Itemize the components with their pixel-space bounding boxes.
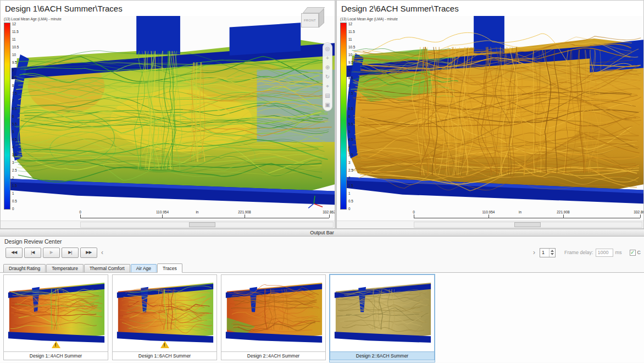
legend-tick: 4 [348, 146, 355, 149]
legend-tick: 10.5 [348, 46, 355, 49]
thumbnail-design2-6ach[interactable]: Design 2::6ACH Summer [329, 274, 435, 362]
horizontal-scrollbar[interactable] [414, 222, 642, 228]
color-legend: (13) Local Mean Age (LMA) - minute 1211.… [340, 17, 398, 211]
legend-tick: 6.5 [12, 107, 19, 111]
legend-tick: 11.5 [12, 30, 19, 34]
legend-tick: 2 [12, 177, 19, 180]
frame-number-input[interactable] [540, 250, 549, 255]
play-button[interactable]: ▶ [43, 248, 60, 258]
spinner-down-icon[interactable] [551, 253, 554, 255]
rewind-button[interactable]: ◀◀ [5, 248, 23, 258]
legend-tick: 5 [12, 130, 19, 134]
design-thumbnails: Design 1::4ACH Summer [0, 273, 644, 362]
legend-title: (13) Local Mean Age (LMA) - minute [340, 17, 398, 21]
step-back-button[interactable]: |◀ [24, 248, 41, 258]
fast-forward-button[interactable]: ▶▶ [80, 248, 97, 258]
scale-label: 110.954 [156, 210, 169, 214]
thumbnail-design1-6ach[interactable]: Design 1::6ACH Summer [112, 274, 218, 362]
tab-air-age[interactable]: Air Age [131, 264, 157, 272]
cycle-checkbox[interactable]: ✓ [630, 250, 636, 256]
look-icon[interactable]: ⌖ [326, 83, 329, 89]
legend-tick: 9.5 [348, 61, 355, 64]
legend-tick: 11.5 [348, 30, 355, 34]
frame-number-spinner[interactable] [540, 248, 556, 257]
legend-tick: 7 [348, 100, 355, 103]
legend-tick: 1.5 [12, 184, 19, 188]
color-legend: (13) Local Mean Age (LMA) - minute 1211.… [4, 17, 62, 211]
legend-tick: 11 [12, 38, 19, 41]
legend-tick: 11 [348, 38, 355, 41]
scrollbar-thumb[interactable] [189, 222, 215, 227]
thumbnail-image [221, 274, 326, 352]
viewport-design-2: Design 2\6ACH Summer\Traces [336, 0, 644, 229]
walk-icon[interactable]: ▤ [325, 92, 330, 98]
legend-tick: 2.5 [12, 169, 19, 172]
scale-label: 0 [79, 210, 81, 214]
legend-title: (13) Local Mean Age (LMA) - minute [4, 17, 62, 21]
design-review-center-title: Design Review Center [0, 237, 644, 246]
horizontal-scrollbar[interactable] [80, 222, 334, 228]
legend-tick: 7 [12, 100, 19, 103]
view-cube[interactable]: FRONT [301, 7, 327, 31]
legend-tick: 0.5 [12, 200, 19, 203]
legend-tick: 0.5 [348, 200, 355, 203]
scale-label: 221.908 [238, 210, 251, 214]
legend-tick: 4 [12, 146, 19, 149]
collapse-left-icon[interactable]: ‹ [101, 249, 103, 256]
design-review-center-panel: Design Review Center ◀◀ |◀ ▶ ▶| ▶▶ ‹ › F… [0, 237, 644, 363]
tab-traces[interactable]: Traces [157, 263, 182, 273]
zoom-icon[interactable]: ⊕ [325, 64, 330, 70]
legend-tick: 3.5 [348, 153, 355, 157]
scale-bar: 0 110.954 in 221.908 332.862 [80, 210, 329, 219]
viewport-title: Design 2\6ACH Summer\Traces [337, 1, 643, 16]
scrollbar-thumb[interactable] [514, 222, 541, 227]
result-tabs: Draught Rating Temperature Thermal Comfo… [0, 263, 644, 273]
legend-tick: 2 [348, 177, 355, 180]
legend-tick: 9.5 [12, 61, 19, 64]
scale-unit-label: in [519, 210, 521, 214]
legend-tick: 12 [12, 23, 19, 26]
legend-tick: 10 [348, 53, 355, 57]
pan-icon[interactable]: + [326, 55, 329, 61]
orbit-icon[interactable]: ↻ [325, 74, 330, 80]
legend-tick: 5.5 [12, 123, 19, 126]
spinner-buttons [549, 249, 555, 257]
legend-tick: 0 [348, 207, 355, 211]
app-window: Design 1\6ACH Summer\Traces [0, 0, 644, 363]
legend-tick: 4.5 [12, 138, 19, 141]
legend-tick: 6 [348, 115, 355, 118]
legend-tick: 1 [348, 192, 355, 195]
camera-icon[interactable]: ▣ [325, 102, 330, 108]
legend-tick: 8.5 [348, 76, 355, 80]
cfd-canvas-design-1[interactable]: (13) Local Mean Age (LMA) - minute 1211.… [1, 16, 335, 221]
tab-thermal-comfort[interactable]: Thermal Comfort [84, 264, 130, 272]
frame-delay-input[interactable] [596, 249, 613, 257]
tab-draught-rating[interactable]: Draught Rating [3, 264, 46, 272]
legend-tick: 3 [348, 161, 355, 164]
output-bar[interactable]: Output Bar [0, 229, 644, 237]
playback-controls: ◀◀ |◀ ▶ ▶| ▶▶ ‹ › Frame delay: ms ✓ [0, 246, 644, 259]
scale-line [414, 215, 640, 218]
collapse-right-icon[interactable]: › [533, 249, 535, 256]
steering-wheel-icon[interactable]: ◎ [325, 46, 330, 52]
thumbnail-design1-4ach[interactable]: Design 1::4ACH Summer [3, 274, 109, 362]
thumbnail-design2-4ach[interactable]: Design 2::4ACH Summer [220, 274, 326, 362]
step-forward-button[interactable]: ▶| [62, 248, 79, 258]
legend-tick: 4.5 [348, 138, 355, 141]
legend-tick: 12 [348, 23, 355, 26]
viewport-title: Design 1\6ACH Summer\Traces [1, 1, 335, 16]
legend-tick: 2.5 [348, 169, 355, 172]
legend-tick: 10 [12, 53, 19, 57]
viewport-design-1: Design 1\6ACH Summer\Traces [0, 0, 335, 229]
thumbnail-image [112, 274, 217, 352]
view-cube-front-face[interactable]: FRONT [301, 13, 319, 28]
legend-ticks: 1211.51110.5109.598.587.576.565.554.543.… [348, 23, 355, 211]
cfd-canvas-design-2[interactable]: (13) Local Mean Age (LMA) - minute 1211.… [337, 16, 643, 221]
legend-tick: 7.5 [12, 92, 19, 95]
thumbnail-caption: Design 1::4ACH Summer [3, 352, 108, 360]
legend-tick: 9 [348, 69, 355, 72]
scale-label: 332.862 [634, 210, 643, 214]
tab-temperature[interactable]: Temperature [46, 264, 84, 272]
scale-label: 221.908 [557, 210, 570, 214]
spinner-up-icon[interactable] [551, 250, 554, 252]
